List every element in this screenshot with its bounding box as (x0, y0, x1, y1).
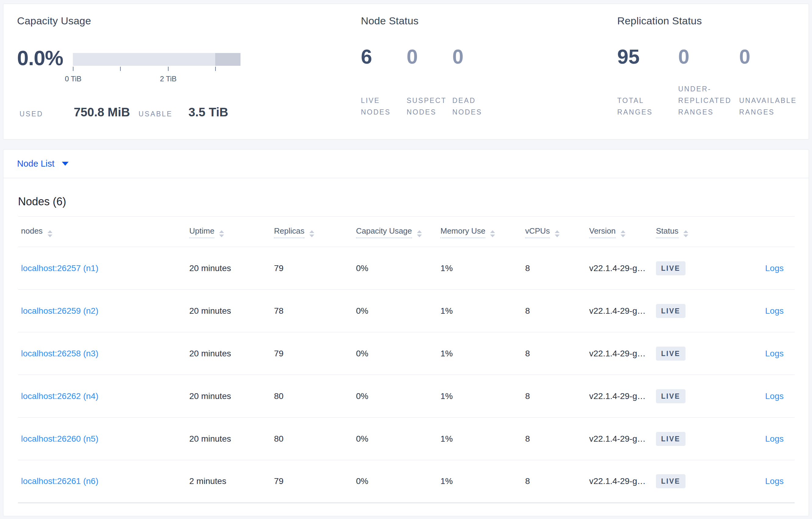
node-status-title: Node Status (361, 15, 418, 27)
nodes-table-section: Nodes (6) nodesUptimeReplicasCapacity Us… (3, 195, 809, 503)
usable-value: 3.5 TiB (188, 105, 228, 119)
node-link[interactable]: localhost:26257 (n1) (21, 264, 98, 273)
vcpus-cell: 8 (525, 460, 589, 503)
logs-link[interactable]: Logs (765, 476, 784, 486)
node-status-section: Node Status 600 LIVE NODESSUSPECT NODESD… (361, 4, 605, 139)
replicas-cell: 80 (274, 375, 356, 418)
sort-icon (417, 230, 422, 237)
replicas-cell: 80 (274, 418, 356, 460)
status-badge: LIVE (656, 261, 686, 275)
status-badge: LIVE (656, 432, 686, 446)
uptime-cell: 20 minutes (189, 375, 274, 418)
table-body: localhost:26257 (n1) 20 minutes 79 0% 1%… (18, 247, 794, 503)
sort-icon (684, 230, 688, 237)
capacity-usage-cell: 0% (356, 247, 440, 289)
nodes-table: nodesUptimeReplicasCapacity UsageMemory … (18, 216, 794, 503)
table-header-row: nodesUptimeReplicasCapacity UsageMemory … (18, 217, 794, 247)
logs-link[interactable]: Logs (765, 349, 784, 358)
axis-tick (168, 67, 169, 71)
col-header-uptime[interactable]: Uptime (189, 217, 274, 247)
replicas-cell: 79 (274, 332, 356, 375)
used-label: USED (20, 110, 43, 118)
node-link[interactable]: localhost:26258 (n3) (21, 349, 98, 358)
vcpus-cell: 8 (525, 332, 589, 375)
col-header-status[interactable]: Status (656, 217, 731, 247)
replicas-cell: 78 (274, 289, 356, 332)
capacity-usage-cell: 0% (356, 289, 440, 332)
col-header-label: vCPUs (525, 226, 550, 238)
col-header-node[interactable]: nodes (18, 217, 189, 247)
uptime-cell: 20 minutes (189, 289, 274, 332)
node-stat-label: DEAD NODES (452, 95, 482, 118)
node-list-dropdown[interactable]: Node List (17, 159, 68, 169)
logs-link[interactable]: Logs (765, 306, 784, 315)
memory-use-cell: 1% (440, 289, 525, 332)
capacity-usage-cell: 0% (356, 418, 440, 460)
sort-icon (48, 230, 52, 237)
table-row: localhost:26261 (n6) 2 minutes 79 0% 1% … (18, 460, 794, 503)
logs-link[interactable]: Logs (765, 391, 784, 401)
table-row: localhost:26260 (n5) 20 minutes 80 0% 1%… (18, 418, 794, 460)
node-link[interactable]: localhost:26262 (n4) (21, 391, 98, 401)
axis-tick (215, 67, 216, 71)
used-value: 750.8 MiB (74, 105, 130, 119)
node-stat-label: LIVE NODES (361, 95, 407, 118)
col-header-version[interactable]: Version (589, 217, 656, 247)
version-cell: v22.1.4-29-g… (589, 375, 656, 418)
sort-icon (490, 230, 495, 237)
usable-label: USABLE (138, 110, 173, 118)
uptime-cell: 20 minutes (189, 332, 274, 375)
logs-link[interactable]: Logs (765, 264, 784, 273)
axis-tick-label: 2 TiB (160, 74, 177, 83)
node-stat-label: SUSPECT NODES (407, 95, 452, 118)
replication-stat-label: UNAVAILABLE RANGES (739, 95, 797, 118)
capacity-used-percent: 0.0% (17, 46, 63, 70)
status-badge: LIVE (656, 474, 686, 488)
version-cell: v22.1.4-29-g… (589, 289, 656, 332)
version-cell: v22.1.4-29-g… (589, 460, 656, 503)
sort-icon (219, 230, 224, 237)
replication-stat-value: 0 (678, 47, 739, 67)
uptime-cell: 20 minutes (189, 247, 274, 289)
capacity-axis: 0 TiB 2 TiB (73, 67, 240, 85)
node-list-dropdown-label: Node List (17, 159, 55, 169)
col-header-label: Version (589, 226, 616, 238)
sort-icon (309, 230, 314, 237)
col-header-logs (731, 217, 794, 247)
status-badge: LIVE (656, 389, 686, 403)
capacity-usage-cell: 0% (356, 332, 440, 375)
uptime-cell: 20 minutes (189, 418, 274, 460)
col-header-label: Uptime (189, 226, 214, 238)
col-header-replicas[interactable]: Replicas (274, 217, 356, 247)
status-badge: LIVE (656, 304, 686, 318)
axis-tick (73, 67, 74, 71)
cluster-overview-panel: Capacity Usage 0.0% 0 TiB 2 TiB USED 750… (3, 4, 809, 140)
col-header-capacity[interactable]: Capacity Usage (356, 217, 440, 247)
col-header-label: nodes (21, 226, 43, 238)
logs-link[interactable]: Logs (765, 434, 784, 444)
nodes-heading: Nodes (6) (18, 195, 794, 208)
col-header-vcpus[interactable]: vCPUs (525, 217, 589, 247)
memory-use-cell: 1% (440, 418, 525, 460)
axis-tick-label: 0 TiB (65, 74, 82, 83)
vcpus-cell: 8 (525, 247, 589, 289)
node-link[interactable]: localhost:26259 (n2) (21, 306, 98, 315)
replication-status-labels: TOTAL RANGESUNDER- REPLICATED RANGESUNAV… (617, 83, 797, 118)
col-header-memory[interactable]: Memory Use (440, 217, 525, 247)
table-row: localhost:26262 (n4) 20 minutes 80 0% 1%… (18, 375, 794, 418)
chevron-down-icon (62, 162, 68, 166)
memory-use-cell: 1% (440, 460, 525, 503)
capacity-usage-cell: 0% (356, 375, 440, 418)
node-link[interactable]: localhost:26260 (n5) (21, 434, 98, 444)
sort-icon (620, 230, 626, 237)
table-row: localhost:26257 (n1) 20 minutes 79 0% 1%… (18, 247, 794, 289)
node-list-bar: Node List (3, 150, 809, 178)
node-stat-value: 0 (407, 47, 452, 67)
replication-stat-label: TOTAL RANGES (617, 95, 678, 118)
node-status-values: 600 (361, 47, 464, 67)
node-link[interactable]: localhost:26261 (n6) (21, 476, 98, 486)
capacity-usage-title: Capacity Usage (17, 15, 91, 27)
table-row: localhost:26259 (n2) 20 minutes 78 0% 1%… (18, 289, 794, 332)
version-cell: v22.1.4-29-g… (589, 247, 656, 289)
replication-stat-value: 0 (739, 47, 750, 67)
